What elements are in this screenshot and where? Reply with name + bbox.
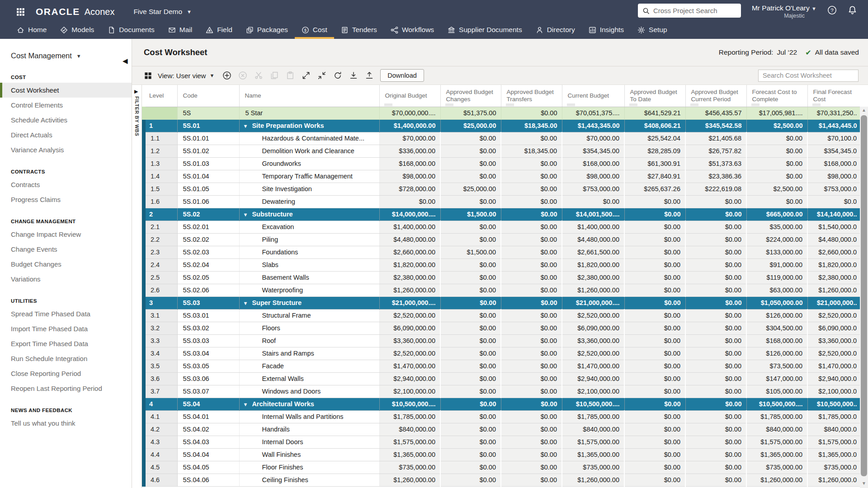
cell-approved-budget-current-period[interactable]: $0.00 bbox=[685, 284, 746, 296]
sidebar-item-control-elements[interactable]: Control Elements bbox=[0, 98, 132, 113]
cell-current-budget[interactable]: $2,940,000.00 bbox=[562, 372, 624, 385]
cell-approved-budget-to-date[interactable]: $0.00 bbox=[624, 221, 685, 233]
wbs-child-row[interactable]: 3.75S.03.07Windows and Doors$2,100,000.0… bbox=[144, 385, 860, 398]
cell-forecast-cost-to-complete[interactable]: $0.00 bbox=[746, 195, 807, 208]
cell-level[interactable]: 2.3 bbox=[144, 246, 177, 258]
cell-approved-budget-current-period[interactable]: $0.00 bbox=[685, 221, 746, 233]
cell-original-budget[interactable]: $70,000,000.... bbox=[379, 107, 440, 119]
user-menu[interactable]: Mr Patrick O'Leary ▼ Majestic bbox=[752, 4, 816, 20]
cross-project-search[interactable] bbox=[638, 4, 741, 18]
wbs-child-row[interactable]: 4.55S.04.05Floor Finishes$735,000.00$0.0… bbox=[144, 461, 860, 474]
wbs-child-row[interactable]: 1.35S.01.03Groundworks$168,000.00$0.00$0… bbox=[144, 157, 860, 170]
cell-original-budget[interactable]: $1,575,000.00 bbox=[379, 436, 440, 448]
cell-approved-budget-changes[interactable]: $0.00 bbox=[440, 296, 501, 309]
cell-approved-budget-transfers[interactable]: $0.00 bbox=[501, 233, 562, 246]
cell-current-budget[interactable]: $1,260,000.00 bbox=[562, 284, 624, 296]
cell-name[interactable]: Roof bbox=[239, 334, 379, 347]
cell-final-forecast-cost[interactable]: $4,480,000.0 bbox=[807, 233, 860, 246]
cell-approved-budget-transfers[interactable]: $0.00 bbox=[501, 183, 562, 195]
cell-name[interactable]: Groundworks bbox=[239, 157, 379, 170]
cell-approved-budget-changes[interactable]: $0.00 bbox=[440, 258, 501, 271]
wbs-child-row[interactable]: 2.35S.02.03Foundations$2,660,000.00$1,50… bbox=[144, 246, 860, 258]
cell-forecast-cost-to-complete[interactable]: $304,500.00 bbox=[746, 322, 807, 334]
cell-approved-budget-to-date[interactable]: $0.00 bbox=[624, 436, 685, 448]
sidebar-item-close-reporting-period[interactable]: Close Reporting Period bbox=[0, 366, 132, 381]
cell-code[interactable]: 5S.02.01 bbox=[177, 221, 239, 233]
cell-original-budget[interactable]: $2,660,000.00 bbox=[379, 246, 440, 258]
cell-approved-budget-current-period[interactable]: $345,542.58 bbox=[685, 119, 746, 132]
column-header-approved-budget-changes[interactable]: Approved Budget Changes bbox=[440, 85, 501, 107]
cell-approved-budget-changes[interactable]: $0.00 bbox=[440, 170, 501, 183]
scroll-down-icon[interactable]: ▼ bbox=[860, 480, 868, 487]
cell-current-budget[interactable]: $98,000.00 bbox=[562, 170, 624, 183]
cell-approved-budget-changes[interactable]: $0.00 bbox=[440, 334, 501, 347]
wbs-child-row[interactable]: 3.55S.03.05Facade$1,470,000.00$0.00$0.00… bbox=[144, 360, 860, 372]
cell-level[interactable]: 2.5 bbox=[144, 271, 177, 284]
cell-approved-budget-changes[interactable]: $0.00 bbox=[440, 132, 501, 145]
wbs-child-row[interactable]: 2.45S.02.04Slabs$1,820,000.00$0.00$0.00$… bbox=[144, 258, 860, 271]
cell-code[interactable]: 5S.02 bbox=[177, 208, 239, 221]
sidebar-item-tell-us-what-you-think[interactable]: Tell us what you think bbox=[0, 416, 132, 431]
cell-approved-budget-transfers[interactable]: $0.00 bbox=[501, 436, 562, 448]
cell-name[interactable]: Hazardous & Contaminated Mate... bbox=[239, 132, 379, 145]
cell-level[interactable]: 3.4 bbox=[144, 347, 177, 360]
cell-approved-budget-to-date[interactable]: $0.00 bbox=[624, 208, 685, 221]
cell-approved-budget-changes[interactable]: $51,375.00 bbox=[440, 107, 501, 119]
sidebar-item-reopen-last-reporting-period[interactable]: Reopen Last Reporting Period bbox=[0, 381, 132, 396]
cell-approved-budget-current-period[interactable]: $0.00 bbox=[685, 410, 746, 423]
download-arrow-icon[interactable] bbox=[349, 71, 358, 80]
cell-current-budget[interactable]: $1,470,000.00 bbox=[562, 360, 624, 372]
cell-name[interactable]: Excavation bbox=[239, 221, 379, 233]
cell-approved-budget-to-date[interactable]: $265,637.26 bbox=[624, 183, 685, 195]
cell-name[interactable]: Structural Frame bbox=[239, 309, 379, 322]
wbs-child-row[interactable]: 1.25S.01.02Demolition Work and Clearance… bbox=[144, 145, 860, 157]
cell-approved-budget-current-period[interactable]: $0.00 bbox=[685, 423, 746, 436]
cell-final-forecast-cost[interactable]: $98,000.0 bbox=[807, 170, 860, 183]
cell-forecast-cost-to-complete[interactable]: $1,785,000.00 bbox=[746, 410, 807, 423]
wbs-root-row[interactable]: 5S5 Star$70,000,000....$51,375.00$0.00$7… bbox=[144, 107, 860, 119]
cell-approved-budget-to-date[interactable]: $0.00 bbox=[624, 423, 685, 436]
cell-approved-budget-transfers[interactable]: $0.00 bbox=[501, 157, 562, 170]
cell-approved-budget-changes[interactable]: $0.00 bbox=[440, 347, 501, 360]
cell-code[interactable]: 5S.04.01 bbox=[177, 410, 239, 423]
cell-approved-budget-to-date[interactable]: $25,542.04 bbox=[624, 132, 685, 145]
cell-name[interactable]: Stairs and Ramps bbox=[239, 347, 379, 360]
cell-final-forecast-cost[interactable]: $6,090,000.0 bbox=[807, 322, 860, 334]
nav-item-setup[interactable]: Setup bbox=[631, 21, 674, 39]
cell-code[interactable]: 5S.03.01 bbox=[177, 309, 239, 322]
cell-approved-budget-current-period[interactable]: $0.00 bbox=[685, 309, 746, 322]
cell-final-forecast-cost[interactable]: $0.0 bbox=[807, 195, 860, 208]
nav-item-cost[interactable]: $Cost bbox=[295, 21, 334, 39]
cell-current-budget[interactable]: $70,000.00 bbox=[562, 132, 624, 145]
filter-expand-icon[interactable]: ▶ bbox=[132, 85, 142, 96]
cell-approved-budget-transfers[interactable]: $0.00 bbox=[501, 385, 562, 398]
cell-approved-budget-to-date[interactable]: $0.00 bbox=[624, 372, 685, 385]
cell-name[interactable]: Foundations bbox=[239, 246, 379, 258]
cell-approved-budget-to-date[interactable]: $641,529.21 bbox=[624, 107, 685, 119]
wbs-group-row[interactable]: 15S.01▼Site Preparation Works$1,400,000.… bbox=[144, 119, 860, 132]
cell-current-budget[interactable]: $1,400,000.00 bbox=[562, 221, 624, 233]
cell-approved-budget-transfers[interactable]: $0.00 bbox=[501, 195, 562, 208]
cell-forecast-cost-to-complete[interactable]: $0.00 bbox=[746, 145, 807, 157]
cell-approved-budget-current-period[interactable]: $0.00 bbox=[685, 448, 746, 461]
cell-original-budget[interactable]: $21,000,000.... bbox=[379, 296, 440, 309]
cell-level[interactable]: 3.6 bbox=[144, 372, 177, 385]
collapse-icon[interactable] bbox=[317, 71, 326, 80]
cell-level[interactable]: 1.6 bbox=[144, 195, 177, 208]
sidebar-item-variations[interactable]: Variations bbox=[0, 272, 132, 286]
cell-approved-budget-transfers[interactable]: $0.00 bbox=[501, 410, 562, 423]
cell-approved-budget-current-period[interactable]: $0.00 bbox=[685, 461, 746, 474]
cell-code[interactable]: 5S.02.04 bbox=[177, 258, 239, 271]
cell-level[interactable]: 4.2 bbox=[144, 423, 177, 436]
sidebar-item-contracts[interactable]: Contracts bbox=[0, 177, 132, 192]
cell-original-budget[interactable]: $6,090,000.00 bbox=[379, 322, 440, 334]
cell-forecast-cost-to-complete[interactable]: $91,000.00 bbox=[746, 258, 807, 271]
cell-level[interactable]: 4.4 bbox=[144, 448, 177, 461]
cell-code[interactable]: 5S.01.02 bbox=[177, 145, 239, 157]
cell-approved-budget-changes[interactable]: $0.00 bbox=[440, 436, 501, 448]
cell-approved-budget-to-date[interactable]: $0.00 bbox=[624, 334, 685, 347]
cell-approved-budget-changes[interactable]: $0.00 bbox=[440, 423, 501, 436]
cell-forecast-cost-to-complete[interactable]: $73,500.00 bbox=[746, 360, 807, 372]
cell-final-forecast-cost[interactable]: $1,785,000.0 bbox=[807, 410, 860, 423]
cell-approved-budget-to-date[interactable]: $0.00 bbox=[624, 385, 685, 398]
